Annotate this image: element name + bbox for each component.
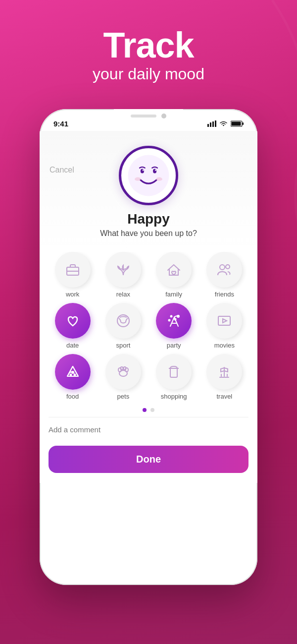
svg-point-17 — [226, 265, 230, 269]
activity-item-party[interactable]: party — [150, 303, 198, 349]
sport-icon-circle — [105, 303, 141, 339]
camera — [161, 114, 166, 118]
phone-content: Cancel — [40, 131, 257, 483]
lotus-icon — [115, 261, 132, 278]
paw-icon — [115, 363, 132, 380]
svg-point-22 — [169, 320, 170, 321]
movies-icon-circle — [206, 303, 242, 339]
pets-label: pets — [117, 393, 130, 400]
happy-face-svg — [126, 153, 171, 198]
svg-marker-24 — [223, 319, 227, 323]
svg-rect-0 — [207, 124, 209, 127]
svg-rect-6 — [232, 121, 241, 125]
svg-point-8 — [141, 169, 144, 174]
pets-icon-circle — [105, 354, 141, 390]
svg-point-7 — [128, 155, 169, 196]
activity-item-pets[interactable]: pets — [99, 354, 147, 400]
mood-label: Happy — [127, 211, 170, 227]
travel-icon — [216, 363, 233, 380]
cancel-button[interactable]: Cancel — [50, 166, 74, 175]
svg-point-19 — [177, 315, 179, 317]
speaker — [131, 115, 156, 117]
friends-icon-circle — [206, 252, 242, 288]
phone-frame: 9:41 Cancel — [40, 109, 257, 585]
status-time: 9:41 — [53, 119, 68, 128]
sport-icon — [115, 312, 132, 329]
activity-item-relax[interactable]: relax — [99, 252, 147, 298]
mood-question: What have you been up to? — [100, 229, 197, 238]
users-icon — [216, 261, 233, 278]
svg-point-10 — [143, 170, 144, 171]
svg-point-32 — [123, 367, 126, 370]
svg-point-20 — [171, 316, 172, 317]
status-icons — [207, 120, 244, 127]
shopping-icon — [165, 363, 182, 380]
activity-item-movies[interactable]: movies — [200, 303, 248, 349]
work-label: work — [66, 291, 79, 298]
wifi-icon — [219, 120, 228, 127]
movies-label: movies — [214, 342, 235, 349]
briefcase-icon — [64, 261, 81, 278]
svg-point-31 — [120, 367, 123, 370]
dot-2 — [150, 408, 154, 412]
relax-icon-circle — [105, 252, 141, 288]
svg-rect-2 — [212, 121, 214, 127]
svg-rect-23 — [218, 316, 230, 325]
emoji-area: Cancel — [40, 131, 257, 252]
food-icon-circle — [55, 354, 91, 390]
phone-notch — [114, 109, 183, 123]
header-subtitle: your daily mood — [0, 65, 297, 83]
track-title: Track — [0, 27, 297, 63]
activity-item-shopping[interactable]: shopping — [150, 354, 198, 400]
date-icon-circle — [55, 303, 91, 339]
activity-item-date[interactable]: date — [49, 303, 97, 349]
header-section: Track your daily mood — [0, 0, 297, 98]
comment-input[interactable] — [49, 423, 248, 436]
svg-point-26 — [70, 374, 71, 376]
shopping-icon-circle — [156, 354, 192, 390]
svg-point-25 — [72, 371, 74, 373]
comment-area — [49, 417, 248, 436]
food-label: food — [66, 393, 79, 400]
battery-icon — [231, 120, 244, 127]
done-button[interactable]: Done — [49, 446, 248, 473]
family-icon-circle — [156, 252, 192, 288]
party-icon — [165, 312, 182, 329]
activity-item-family[interactable]: family — [150, 252, 198, 298]
svg-point-9 — [153, 169, 156, 174]
travel-icon-circle — [206, 354, 242, 390]
svg-point-27 — [74, 374, 75, 376]
mood-emoji — [119, 146, 178, 205]
dot-1 — [143, 408, 147, 412]
pizza-icon — [64, 363, 81, 380]
svg-point-12 — [135, 177, 141, 181]
party-icon-circle — [156, 303, 192, 339]
svg-point-13 — [156, 177, 162, 181]
svg-rect-1 — [210, 122, 211, 127]
activity-item-friends[interactable]: friends — [200, 252, 248, 298]
svg-point-21 — [175, 319, 176, 320]
travel-label: travel — [216, 393, 232, 400]
activity-grid: work relax — [40, 252, 257, 400]
party-label: party — [167, 342, 181, 349]
relax-label: relax — [116, 291, 130, 298]
activity-item-travel[interactable]: travel — [200, 354, 248, 400]
shopping-label: shopping — [161, 393, 187, 400]
signal-icon — [207, 120, 216, 127]
film-icon — [216, 312, 233, 329]
svg-point-16 — [220, 265, 225, 270]
activity-item-sport[interactable]: sport — [99, 303, 147, 349]
sport-label: sport — [116, 342, 130, 349]
activity-item-food[interactable]: food — [49, 354, 97, 400]
activity-item-work[interactable]: work — [49, 252, 97, 298]
svg-rect-3 — [215, 120, 216, 127]
family-label: family — [165, 291, 182, 298]
pagination-dots — [40, 408, 257, 412]
svg-rect-5 — [243, 122, 244, 125]
home-heart-icon — [165, 261, 182, 278]
heart-icon — [64, 312, 81, 329]
svg-point-11 — [155, 170, 156, 171]
friends-label: friends — [215, 291, 234, 298]
date-label: date — [66, 342, 79, 349]
work-icon-circle — [55, 252, 91, 288]
